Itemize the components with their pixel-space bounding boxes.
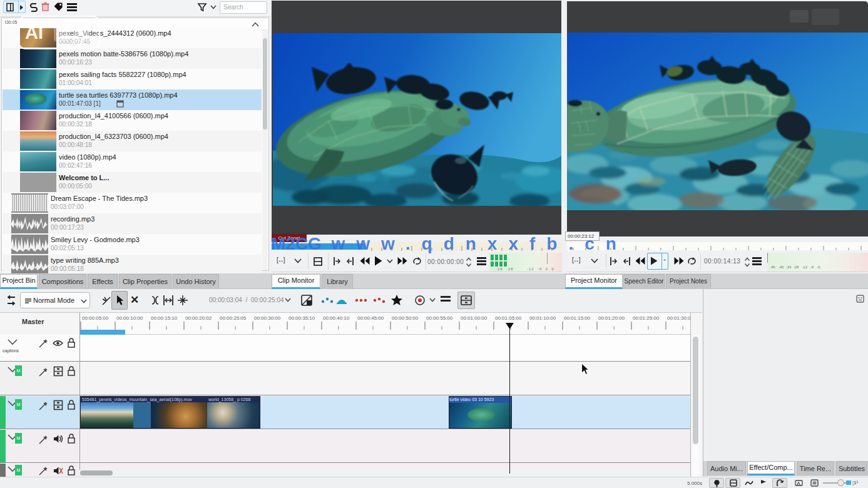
svg-text:00:00:40:10: 00:00:40:10 bbox=[323, 315, 350, 321]
svg-text:00:01:20:00: 00:01:20:00 bbox=[598, 315, 625, 321]
svg-text:00:01:30:00: 00:01:30:00 bbox=[667, 315, 690, 321]
svg-text:00:01:10:00: 00:01:10:00 bbox=[529, 315, 556, 321]
svg-text:00:00:45:00: 00:00:45:00 bbox=[357, 315, 384, 321]
svg-text:00:01:05:00: 00:01:05:00 bbox=[495, 315, 522, 321]
svg-text:00:00:10:00: 00:00:10:00 bbox=[116, 315, 143, 321]
svg-text:00:00:05:00: 00:00:05:00 bbox=[82, 315, 109, 321]
svg-text:00:00:25:05: 00:00:25:05 bbox=[220, 315, 247, 321]
svg-text:00:00:30:00: 00:00:30:00 bbox=[254, 315, 281, 321]
svg-text:00:01:25:00: 00:01:25:00 bbox=[633, 315, 660, 321]
svg-text:00:00:55:00: 00:00:55:00 bbox=[426, 315, 453, 321]
svg-text:00:00:15:10: 00:00:15:10 bbox=[151, 315, 178, 321]
svg-text:00:00:20:02: 00:00:20:02 bbox=[185, 315, 212, 321]
svg-text:00:01:15:00: 00:01:15:00 bbox=[564, 315, 591, 321]
svg-text:00:00:35:10: 00:00:35:10 bbox=[288, 315, 315, 321]
svg-text:00:01:00:00: 00:01:00:00 bbox=[461, 315, 488, 321]
svg-text:00:00:50:00: 00:00:50:00 bbox=[392, 315, 419, 321]
